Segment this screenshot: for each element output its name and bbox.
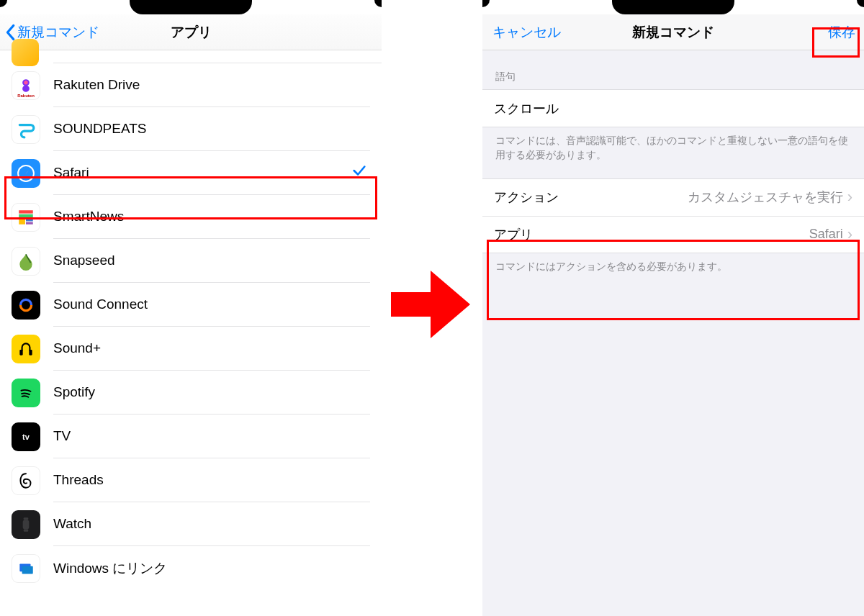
svg-rect-11 [23, 520, 30, 529]
app-value: Safari [809, 227, 843, 242]
svg-rect-3 [19, 210, 33, 213]
app-label: Snapseed [53, 253, 367, 268]
nav-bar-right: キャンセル 新規コマンド 保存 [482, 14, 864, 50]
action-app-group: アクション カスタムジェスチャを実行 › アプリ Safari › [482, 178, 864, 253]
svg-rect-12 [24, 517, 29, 520]
spotify-icon [12, 379, 40, 407]
list-row-safari[interactable]: Safari [0, 151, 382, 195]
list-row[interactable]: Snapseed [0, 239, 382, 283]
windowslink-icon [12, 554, 40, 583]
phrase-field[interactable]: スクロール [482, 90, 864, 127]
app-label: Spotify [53, 384, 367, 400]
app-list[interactable]: Rakuten Rakuten Drive SOUNDPEATS Safari [0, 50, 382, 590]
svg-rect-9 [29, 350, 32, 355]
cancel-button[interactable]: キャンセル [487, 23, 561, 42]
app-label: SmartNews [53, 209, 367, 225]
list-row[interactable]: tv TV [0, 415, 382, 458]
tv-icon: tv [12, 422, 40, 451]
list-row[interactable]: Rakuten Rakuten Drive [0, 63, 382, 107]
arrow-right-icon [387, 265, 474, 344]
svg-rect-13 [24, 529, 29, 531]
app-label: SOUNDPEATS [53, 121, 367, 137]
soundplus-icon [12, 335, 40, 363]
app-label: TV [53, 428, 367, 444]
svg-rect-7 [26, 222, 33, 224]
snapseed-icon [12, 247, 40, 276]
svg-point-0 [24, 80, 27, 83]
list-row[interactable]: SmartNews [0, 195, 382, 239]
list-row[interactable]: Windows にリンク [0, 546, 382, 590]
nav-title-left: アプリ [171, 23, 212, 42]
safari-icon [12, 159, 40, 188]
section-footer-phrase: コマンドには、音声認識可能で、ほかのコマンドと重複しない一意の語句を使用する必要… [482, 127, 864, 171]
chevron-left-icon [4, 24, 16, 41]
right-screen: キャンセル 新規コマンド 保存 語句 スクロール コマンドには、音声認識可能で、… [482, 0, 864, 616]
app-label: Threads [53, 472, 367, 488]
rakuten-drive-icon: Rakuten [12, 71, 40, 100]
svg-rect-15 [22, 566, 33, 574]
soundpeats-icon [12, 115, 40, 144]
svg-rect-6 [26, 218, 33, 221]
phrase-group: スクロール [482, 89, 864, 127]
watch-icon [12, 510, 40, 539]
app-label: Sound+ [53, 340, 367, 356]
form-body: 語句 スクロール コマンドには、音声認識可能で、ほかのコマンドと重複しない一意の… [482, 50, 864, 616]
list-row[interactable]: Sound Connect [0, 283, 382, 327]
app-label: Sound Connect [53, 296, 367, 312]
threads-icon [12, 466, 40, 495]
chevron-right-icon: › [847, 227, 852, 243]
action-label: アクション [494, 189, 559, 206]
app-label: Safari [53, 165, 351, 181]
app-label: Watch [53, 516, 367, 532]
nav-title-right: 新規コマンド [632, 23, 714, 42]
list-row[interactable]: SOUNDPEATS [0, 107, 382, 151]
app-label: Rakuten Drive [53, 77, 367, 93]
status-bar [482, 0, 864, 14]
checkmark-icon [351, 163, 367, 183]
left-screen: 新規コマンド アプリ Rakuten Rakuten Drive SOUNDP [0, 0, 382, 616]
action-cell[interactable]: アクション カスタムジェスチャを実行 › [482, 179, 864, 216]
app-icon-partial [12, 39, 39, 66]
phrase-value: スクロール [494, 100, 559, 117]
svg-point-2 [19, 166, 33, 181]
chevron-right-icon: › [847, 189, 852, 205]
section-footer-action: コマンドにはアクションを含める必要があります。 [482, 253, 864, 282]
list-row[interactable]: Threads [0, 458, 382, 502]
app-label: Windows にリンク [53, 559, 367, 578]
list-row[interactable]: Sound+ [0, 327, 382, 371]
app-cell[interactable]: アプリ Safari › [482, 216, 864, 253]
app-label: アプリ [494, 226, 533, 243]
section-header-phrase: 語句 [482, 50, 864, 89]
svg-rect-8 [19, 350, 22, 355]
list-row[interactable]: Watch [0, 502, 382, 546]
soundconnect-icon [12, 291, 40, 320]
svg-rect-4 [19, 214, 33, 217]
list-row-partial [53, 50, 382, 63]
list-row[interactable]: Spotify [0, 371, 382, 415]
smartnews-icon [12, 203, 40, 232]
save-button[interactable]: 保存 [828, 23, 855, 42]
action-value: カスタムジェスチャを実行 [688, 189, 843, 206]
nav-bar-left: 新規コマンド アプリ [0, 14, 382, 50]
status-bar [0, 0, 382, 14]
svg-rect-5 [19, 218, 25, 225]
